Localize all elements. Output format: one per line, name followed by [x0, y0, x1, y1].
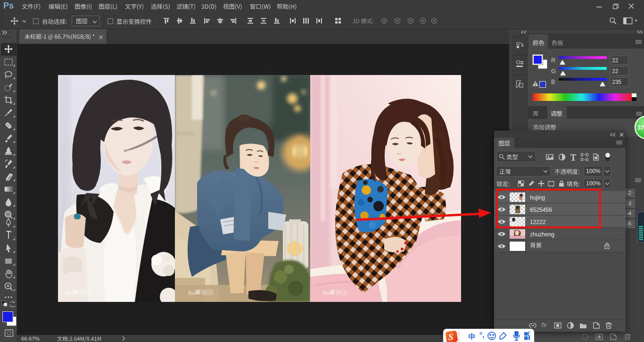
svg-text:S: S	[448, 332, 454, 342]
svg-text:37: 37	[637, 124, 644, 131]
svg-text:Bai: Bai	[66, 290, 74, 296]
